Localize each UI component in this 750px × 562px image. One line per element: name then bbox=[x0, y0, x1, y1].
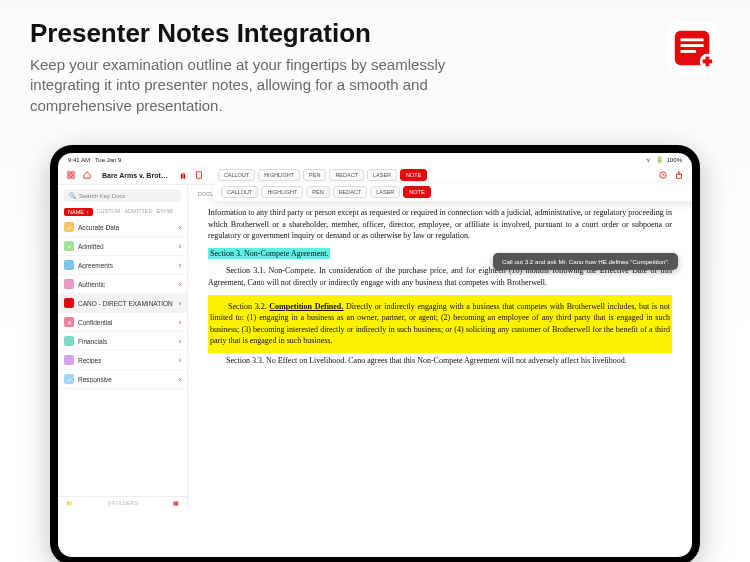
status-date: Tue Jan 9 bbox=[95, 157, 121, 163]
redact-button-2[interactable]: REDACT bbox=[333, 186, 368, 198]
search-placeholder: Search Key Docs bbox=[79, 193, 125, 199]
folder-swatch-icon: ✓ bbox=[64, 374, 74, 384]
chevron-right-icon: › bbox=[179, 243, 181, 250]
wifi-icon: ᯤ bbox=[646, 157, 652, 163]
folder-label: Authentic bbox=[78, 281, 105, 288]
pen-button[interactable]: PEN bbox=[303, 169, 326, 181]
folder-label: Confidential bbox=[78, 319, 112, 326]
sort-name-chip[interactable]: NAME ↑ bbox=[64, 208, 93, 216]
redact-button[interactable]: REDACT bbox=[329, 169, 364, 181]
search-input[interactable]: 🔍 Search Key Docs bbox=[64, 189, 181, 202]
svg-rect-9 bbox=[68, 176, 70, 178]
sidebar-folder-item[interactable]: Authentic› bbox=[58, 275, 187, 294]
folder-label: Agreements bbox=[78, 262, 113, 269]
page-icon[interactable] bbox=[194, 170, 204, 180]
sort-custom[interactable]: CUSTOM bbox=[97, 208, 121, 216]
folder-label: Admitted bbox=[78, 243, 104, 250]
note-button-2[interactable]: NOTE bbox=[403, 186, 430, 198]
folder-swatch-icon bbox=[64, 279, 74, 289]
page-title: Presenter Notes Integration bbox=[30, 18, 720, 49]
folder-swatch-icon: ✓ bbox=[64, 241, 74, 251]
laser-button[interactable]: LASER bbox=[367, 169, 397, 181]
folders-icon[interactable] bbox=[66, 170, 76, 180]
folder-swatch-icon bbox=[64, 260, 74, 270]
sort-exhib[interactable]: EXHIB bbox=[157, 208, 174, 216]
sort-arrow-icon: ↑ bbox=[86, 209, 89, 215]
battery-icon: 🔋 bbox=[656, 156, 663, 163]
chevron-right-icon: › bbox=[179, 357, 181, 364]
presenter-toolbar: CALLOUT HIGHLIGHT PEN REDACT LASER NOTE bbox=[213, 183, 692, 202]
sort-admitted[interactable]: ADMITTED bbox=[124, 208, 152, 216]
sidebar-folder-item[interactable]: ✓Responsive› bbox=[58, 370, 187, 389]
folder-label: Accurate Data bbox=[78, 224, 119, 231]
laser-button-2[interactable]: LASER bbox=[370, 186, 400, 198]
share-icon[interactable] bbox=[674, 170, 684, 180]
svg-rect-10 bbox=[72, 176, 74, 178]
history-icon[interactable] bbox=[658, 170, 668, 180]
highlight-button-2[interactable]: HIGHLIGHT bbox=[261, 186, 303, 198]
document-viewer[interactable]: Information to any third party or person… bbox=[188, 203, 692, 509]
chevron-right-icon: › bbox=[179, 300, 181, 307]
sidebar-folder-item[interactable]: Agreements› bbox=[58, 256, 187, 275]
sidebar-folder-item[interactable]: ✓Accurate Data› bbox=[58, 218, 187, 237]
app-logo-icon bbox=[668, 22, 720, 74]
status-time: 9:41 AM bbox=[68, 157, 90, 163]
doc-para-intro: Information to any third party or person… bbox=[208, 207, 672, 242]
note-button[interactable]: NOTE bbox=[400, 169, 427, 181]
chevron-right-icon: › bbox=[179, 262, 181, 269]
pen-button-2[interactable]: PEN bbox=[306, 186, 329, 198]
chevron-right-icon: › bbox=[179, 338, 181, 345]
status-bar: 9:41 AM Tue Jan 9 ᯤ 🔋 100% bbox=[58, 153, 692, 166]
battery-pct: 100% bbox=[667, 157, 682, 163]
sidebar: 🔍 Search Key Docs NAME ↑ CUSTOM ADMITTED… bbox=[58, 185, 188, 509]
folder-label: CANO - DIRECT EXAMINATION bbox=[78, 300, 173, 307]
folder-label: Recipes bbox=[78, 357, 101, 364]
sidebar-folder-item[interactable]: Financials› bbox=[58, 332, 187, 351]
folder-swatch-icon bbox=[64, 355, 74, 365]
doc-section-3-2-highlight: Section 3.2. Competition Defined. Direct… bbox=[208, 295, 672, 353]
folder-swatch-icon bbox=[64, 298, 74, 308]
svg-rect-7 bbox=[68, 172, 70, 174]
chevron-right-icon: › bbox=[179, 281, 181, 288]
page-subtitle: Keep your examination outline at your fi… bbox=[30, 55, 500, 116]
folder-swatch-icon bbox=[64, 336, 74, 346]
callout-button-2[interactable]: CALLOUT bbox=[221, 186, 258, 198]
doc-section-3-3: Section 3.3. No Effect on Livelihood. Ca… bbox=[208, 355, 672, 367]
folder-label: Responsive bbox=[78, 376, 112, 383]
add-folder-icon[interactable]: 📁 bbox=[66, 500, 73, 506]
sidebar-folder-item[interactable]: Recipes› bbox=[58, 351, 187, 370]
svg-rect-6 bbox=[703, 60, 713, 64]
sort-name-label: NAME bbox=[68, 209, 84, 215]
hand-icon[interactable] bbox=[178, 170, 188, 180]
folder-count: 9 FOLDERS bbox=[108, 500, 139, 506]
home-icon[interactable] bbox=[82, 170, 92, 180]
sidebar-folder-item[interactable]: ✕Confidential› bbox=[58, 313, 187, 332]
section-3-2-head: Competition Defined. bbox=[269, 302, 343, 311]
section-3-2-label: Section 3.2. bbox=[228, 302, 267, 311]
svg-rect-8 bbox=[72, 172, 74, 174]
search-icon: 🔍 bbox=[69, 192, 76, 199]
section-3-heading: Section 3. Non-Compete Agreement. bbox=[208, 248, 330, 259]
highlight-button[interactable]: HIGHLIGHT bbox=[258, 169, 300, 181]
svg-rect-2 bbox=[681, 44, 704, 47]
folder-swatch-icon: ✓ bbox=[64, 222, 74, 232]
presenter-note-bubble[interactable]: Call out 3.2 and ask Mr. Cano how HE def… bbox=[493, 253, 678, 270]
sidebar-folder-item[interactable]: CANO - DIRECT EXAMINATION› bbox=[58, 294, 187, 313]
svg-rect-11 bbox=[196, 172, 201, 178]
document-title[interactable]: Bare Arms v. Brot… bbox=[102, 172, 168, 179]
chevron-right-icon: › bbox=[179, 224, 181, 231]
svg-rect-1 bbox=[681, 38, 704, 41]
callout-button[interactable]: CALLOUT bbox=[218, 169, 255, 181]
tablet-frame: 9:41 AM Tue Jan 9 ᯤ 🔋 100% Bare Arms v. … bbox=[50, 145, 700, 562]
grid-view-icon[interactable]: ▦ bbox=[173, 500, 179, 506]
folder-label: Financials bbox=[78, 338, 107, 345]
chevron-right-icon: › bbox=[179, 319, 181, 326]
svg-rect-3 bbox=[681, 50, 696, 53]
folder-swatch-icon: ✕ bbox=[64, 317, 74, 327]
chevron-right-icon: › bbox=[179, 376, 181, 383]
sidebar-folder-item[interactable]: ✓Admitted› bbox=[58, 237, 187, 256]
